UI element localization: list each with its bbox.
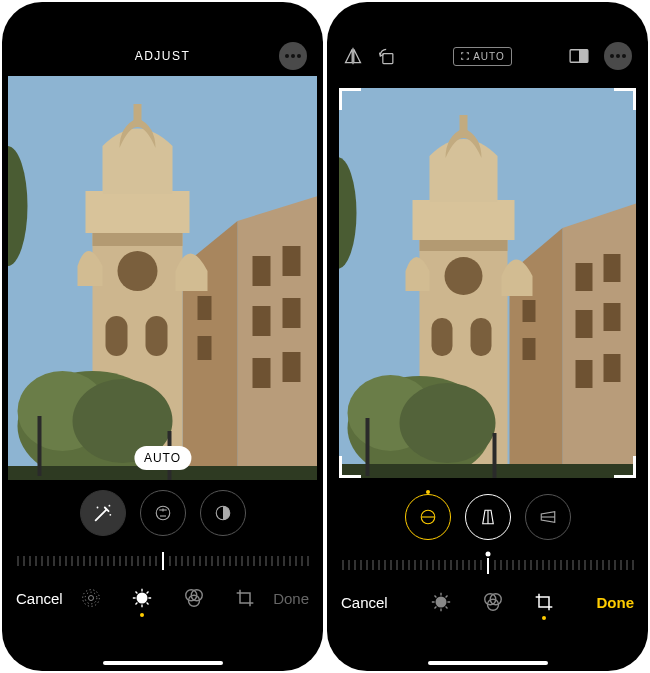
svg-rect-20: [134, 104, 142, 122]
home-indicator[interactable]: [103, 661, 223, 665]
svg-rect-124: [460, 115, 468, 131]
rotate-icon: [377, 46, 397, 66]
svg-marker-4: [238, 196, 318, 480]
svg-point-2: [297, 54, 301, 58]
svg-point-120: [445, 257, 483, 295]
adjust-icon: [430, 591, 452, 613]
auto-badge: AUTO: [134, 446, 191, 470]
horizontal-perspective-button[interactable]: [525, 494, 571, 540]
tab-live[interactable]: [81, 588, 101, 608]
tab-adjust[interactable]: [430, 591, 452, 613]
svg-line-94: [147, 603, 149, 605]
svg-point-127: [400, 383, 496, 463]
svg-rect-128: [339, 464, 636, 478]
crop-handle-tr[interactable]: [614, 88, 636, 110]
svg-line-192: [446, 607, 448, 609]
crop-handle-br[interactable]: [614, 456, 636, 478]
rotate-button[interactable]: [377, 46, 397, 66]
brilliance-button[interactable]: [200, 490, 246, 536]
tab-adjust[interactable]: [131, 587, 153, 609]
svg-rect-12: [198, 296, 212, 320]
svg-rect-17: [106, 316, 128, 356]
svg-rect-103: [579, 50, 588, 62]
phone-adjust-screen: ADJUST: [2, 2, 323, 671]
svg-rect-13: [198, 336, 212, 360]
tab-crop[interactable]: [235, 588, 255, 608]
done-button[interactable]: Done: [273, 590, 309, 607]
home-indicator[interactable]: [428, 661, 548, 665]
active-dot-icon: [542, 616, 546, 620]
svg-line-93: [135, 591, 137, 593]
flip-button[interactable]: [343, 46, 363, 66]
svg-point-1: [291, 54, 295, 58]
svg-rect-7: [283, 246, 301, 276]
frame-icon: [460, 51, 470, 61]
bottom-bar: Cancel Done: [2, 576, 323, 620]
bottom-bar: Cancel Done: [327, 580, 648, 624]
svg-point-88: [136, 593, 147, 604]
cancel-button[interactable]: Cancel: [16, 590, 63, 607]
tab-crop[interactable]: [534, 592, 554, 612]
svg-rect-101: [383, 54, 393, 64]
photo-image: [8, 76, 317, 480]
svg-rect-121: [432, 318, 453, 356]
filters-icon: [482, 591, 504, 613]
svg-rect-6: [253, 256, 271, 286]
svg-line-191: [435, 595, 437, 597]
aspect-button[interactable]: [568, 48, 590, 64]
svg-rect-130: [493, 433, 497, 478]
done-button[interactable]: Done: [596, 594, 634, 611]
vertical-perspective-button[interactable]: [465, 494, 511, 540]
svg-rect-11: [283, 352, 301, 382]
tab-filters[interactable]: [482, 591, 504, 613]
crop-handle-tl[interactable]: [339, 88, 361, 110]
svg-point-105: [616, 54, 620, 58]
svg-line-194: [446, 595, 448, 597]
edit-tabs: [81, 587, 255, 609]
auto-crop-button[interactable]: AUTO: [453, 47, 512, 66]
svg-rect-122: [471, 318, 492, 356]
photo-preview[interactable]: AUTO: [8, 76, 317, 480]
crop-handle-bl[interactable]: [339, 456, 361, 478]
phone-crop-screen: AUTO: [327, 2, 648, 671]
svg-point-106: [622, 54, 626, 58]
auto-enhance-button[interactable]: [80, 490, 126, 536]
ruler-ticks: [338, 550, 638, 580]
status-bar: [2, 2, 323, 36]
svg-point-29: [96, 507, 98, 509]
filters-icon: [183, 587, 205, 609]
header-title: ADJUST: [135, 49, 191, 63]
svg-point-104: [610, 54, 614, 58]
straighten-icon: [419, 508, 437, 526]
adjustment-slider[interactable]: [2, 546, 323, 576]
more-button[interactable]: [604, 42, 632, 70]
svg-rect-129: [366, 418, 370, 476]
svg-rect-111: [604, 254, 621, 282]
photo-image: [339, 88, 636, 478]
svg-rect-25: [38, 416, 42, 476]
active-dot-icon: [140, 613, 144, 617]
tab-filters[interactable]: [183, 587, 205, 609]
perspective-v-icon: [479, 508, 497, 526]
crop-controls-row: [327, 484, 648, 550]
svg-line-96: [147, 591, 149, 593]
adjust-icon: [131, 587, 153, 609]
topbar: ADJUST: [2, 36, 323, 76]
ellipsis-icon: [610, 54, 626, 58]
svg-rect-10: [253, 358, 271, 388]
svg-rect-9: [283, 298, 301, 328]
straighten-button[interactable]: [405, 494, 451, 540]
svg-point-31: [156, 506, 170, 520]
crop-preview[interactable]: [339, 88, 636, 478]
cancel-button[interactable]: Cancel: [341, 594, 388, 611]
wand-icon: [92, 502, 114, 524]
svg-line-95: [135, 603, 137, 605]
svg-rect-115: [604, 354, 621, 382]
exposure-button[interactable]: [140, 490, 186, 536]
svg-rect-114: [576, 360, 593, 388]
live-icon: [81, 588, 101, 608]
svg-rect-116: [523, 300, 536, 322]
more-button[interactable]: [279, 42, 307, 70]
crop-slider[interactable]: [327, 550, 648, 580]
status-bar: [327, 2, 648, 36]
